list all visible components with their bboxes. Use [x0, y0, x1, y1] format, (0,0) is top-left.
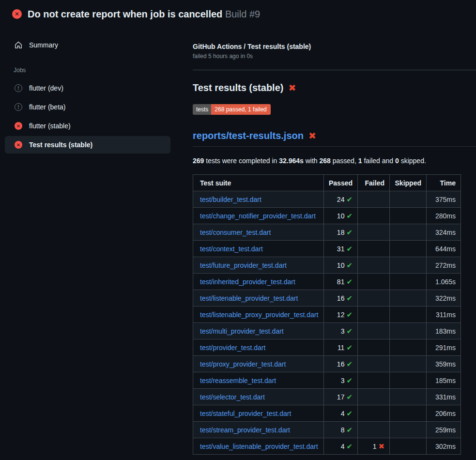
cross-icon: ✖ [378, 442, 384, 450]
jobs-section-label: Jobs [14, 67, 193, 74]
table-row: test/listenable_provider_test.dart 16✔ 3… [193, 290, 461, 307]
sidebar-item-summary[interactable]: Summary [5, 36, 170, 54]
breadcrumb: GitHub Actions / Test results (stable) [193, 43, 476, 50]
failed-cell [358, 241, 390, 257]
check-icon: ✔ [346, 310, 353, 319]
time-cell: 272ms [427, 257, 461, 274]
main-content: GitHub Actions / Test results (stable) f… [193, 27, 476, 460]
check-icon: ✔ [346, 245, 353, 253]
check-icon: ✔ [346, 360, 353, 368]
passed-cell: 3✔ [324, 323, 358, 339]
passed-cell: 18✔ [324, 224, 358, 241]
failed-cell [358, 405, 390, 422]
table-row: test/multi_provider_test.dart 3✔ 183ms [193, 323, 461, 339]
skipped-cell [390, 405, 427, 422]
skipped-cell [390, 191, 427, 208]
table-header-row: Test suite Passed Failed Skipped Time [193, 175, 461, 191]
table-row: test/selector_test.dart 17✔ 331ms [193, 389, 461, 405]
test-suite-link[interactable]: test/future_provider_test.dart [200, 261, 287, 269]
build-failed-icon: ✕ [12, 9, 22, 19]
skipped-cell [390, 290, 427, 307]
failed-cell [358, 307, 390, 323]
failed-cell [358, 274, 390, 290]
duration-value: 32.964s [279, 157, 304, 165]
table-row: test/consumer_test.dart 18✔ 324ms [193, 224, 461, 241]
skipped-cell [390, 339, 427, 356]
test-suite-link[interactable]: test/stateful_provider_test.dart [200, 410, 291, 417]
time-cell: 644ms [427, 241, 461, 257]
tests-badge: tests 268 passed, 1 failed [193, 104, 271, 115]
warning-status-icon: ! [15, 84, 22, 92]
test-suite-link[interactable]: test/proxy_provider_test.dart [200, 360, 286, 368]
test-suite-link[interactable]: test/builder_test.dart [200, 196, 261, 203]
check-icon: ✔ [346, 327, 353, 335]
sidebar-job-item[interactable]: ! flutter (beta) [5, 98, 170, 116]
failed-cell [358, 422, 390, 438]
check-icon: ✔ [346, 393, 353, 401]
check-icon: ✔ [346, 426, 353, 434]
report-file-link[interactable]: reports/test-results.json [193, 130, 304, 141]
report-file-heading: reports/test-results.json ✖ [193, 130, 476, 147]
test-suite-link[interactable]: test/listenable_proxy_provider_test.dart [200, 311, 318, 319]
skipped-cell [390, 241, 427, 257]
time-cell: 359ms [427, 356, 461, 372]
check-icon: ✔ [346, 343, 353, 352]
test-suite-link[interactable]: test/change_notifier_provider_test.dart [200, 212, 316, 220]
sidebar-job-item[interactable]: ! flutter (dev) [5, 79, 170, 97]
build-number: Build #9 [225, 9, 260, 19]
check-icon: ✔ [346, 409, 353, 417]
total-tests-count: 269 [193, 157, 204, 165]
test-suite-link[interactable]: test/multi_provider_test.dart [200, 327, 284, 335]
test-suite-link[interactable]: test/reassemble_test.dart [200, 377, 276, 384]
sidebar-job-item[interactable]: ✕ flutter (stable) [5, 117, 170, 135]
passed-cell: 3✔ [324, 372, 358, 389]
test-summary-sentence: 269 tests were completed in 32.964s with… [193, 157, 476, 165]
time-cell: 280ms [427, 208, 461, 224]
table-row: test/change_notifier_provider_test.dart … [193, 208, 461, 224]
test-suite-link[interactable]: test/provider_test.dart [200, 344, 265, 352]
failed-cell [358, 372, 390, 389]
tests-badge-label: tests [193, 104, 211, 115]
skipped-cell [390, 372, 427, 389]
test-results-table: Test suite Passed Failed Skipped Time te… [193, 174, 461, 455]
passed-cell: 4✔ [324, 438, 358, 455]
time-cell: 206ms [427, 405, 461, 422]
test-suite-link[interactable]: test/inherited_provider_test.dart [200, 278, 295, 286]
skipped-cell [390, 257, 427, 274]
col-failed: Failed [358, 175, 390, 191]
time-cell: 1.065s [427, 274, 461, 290]
table-row: test/stream_provider_test.dart 8✔ 259ms [193, 422, 461, 438]
passed-cell: 24✔ [324, 191, 358, 208]
test-suite-link[interactable]: test/stream_provider_test.dart [200, 426, 290, 434]
passed-cell: 11✔ [324, 339, 358, 356]
test-suite-link[interactable]: test/listenable_provider_test.dart [200, 294, 298, 302]
failed-cell [358, 290, 390, 307]
skipped-cell [390, 438, 427, 455]
time-cell: 259ms [427, 422, 461, 438]
skipped-cell [390, 422, 427, 438]
check-run-title: Test results (stable) ✖ [193, 82, 476, 93]
skipped-count: 0 [395, 157, 399, 165]
test-suite-link[interactable]: test/value_listenable_provider_test.dart [200, 443, 318, 450]
table-row: test/provider_test.dart 11✔ 291ms [193, 339, 461, 356]
jobs-list: ! flutter (dev) ! flutter (beta) ✕ flutt… [0, 79, 193, 153]
col-passed: Passed [324, 175, 358, 191]
time-cell: 311ms [427, 307, 461, 323]
table-body: test/builder_test.dart 24✔ 375ms test/ch… [193, 191, 461, 455]
time-cell: 185ms [427, 372, 461, 389]
passed-cell: 16✔ [324, 356, 358, 372]
check-icon: ✔ [346, 277, 353, 286]
test-suite-link[interactable]: test/context_test.dart [200, 245, 263, 253]
failed-status-icon: ✕ [15, 141, 22, 149]
divider [193, 70, 476, 70]
build-title: Do not create report when job is cancell… [28, 9, 222, 19]
test-suite-link[interactable]: test/selector_test.dart [200, 393, 265, 401]
build-header: ✕ Do not create report when job is cance… [0, 0, 476, 27]
sidebar-job-label: flutter (beta) [29, 103, 65, 111]
test-suite-link[interactable]: test/consumer_test.dart [200, 229, 271, 236]
sidebar-job-item[interactable]: ✕ Test results (stable) [5, 136, 170, 153]
table-row: test/proxy_provider_test.dart 16✔ 359ms [193, 356, 461, 372]
passed-cell: 10✔ [324, 208, 358, 224]
time-cell: 291ms [427, 339, 461, 356]
passed-cell: 8✔ [324, 422, 358, 438]
